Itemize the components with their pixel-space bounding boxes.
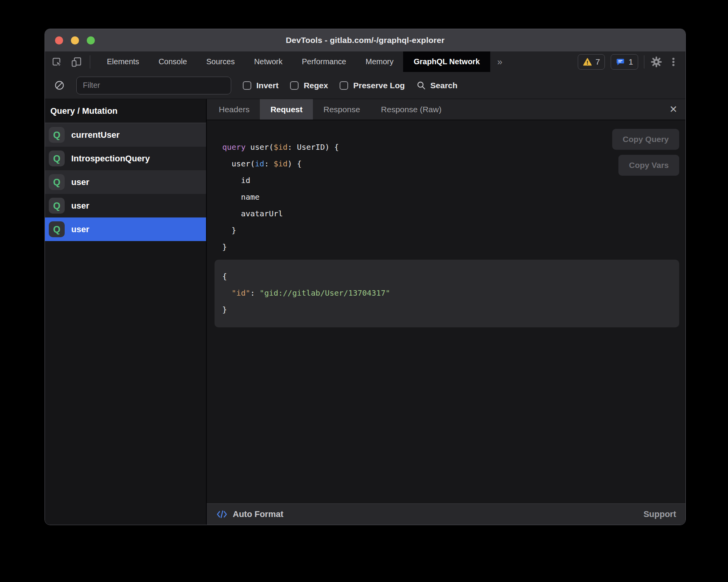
copy-query-button[interactable]: Copy Query <box>612 129 679 150</box>
search-toggle[interactable]: Search <box>416 80 457 91</box>
minimize-window-button[interactable] <box>71 36 79 45</box>
regex-checkbox <box>290 81 299 90</box>
query-variables-box: { "id": "gid://gitlab/User/13704317"} <box>215 260 679 327</box>
filter-bar: Invert Regex Preserve Log Search <box>45 72 685 99</box>
warnings-badge[interactable]: 7 <box>578 54 605 70</box>
tab-sources[interactable]: Sources <box>197 51 244 72</box>
request-content: query user($id: UserID) { user(id: $id) … <box>207 120 685 503</box>
tab-elements[interactable]: Elements <box>97 51 149 72</box>
issues-badge[interactable]: 1 <box>611 54 638 70</box>
tab-request[interactable]: Request <box>260 99 313 120</box>
code-brackets-icon <box>216 509 228 519</box>
graphql-query-code: query user($id: UserID) { user(id: $id) … <box>222 139 339 255</box>
query-list-item[interactable]: Q user <box>45 170 206 194</box>
toolbar-divider <box>644 55 644 68</box>
query-type-badge: Q <box>49 151 65 166</box>
panel-tabs: Elements Console Sources Network Perform… <box>97 51 509 72</box>
close-window-button[interactable] <box>55 36 63 45</box>
more-tabs-icon[interactable]: » <box>490 51 509 72</box>
warning-count: 7 <box>596 57 600 67</box>
tab-console[interactable]: Console <box>149 51 196 72</box>
issue-count: 1 <box>628 57 633 67</box>
copy-vars-button[interactable]: Copy Vars <box>618 155 679 176</box>
sidebar-header: Query / Mutation <box>45 99 206 123</box>
detail-tab-bar: Headers Request Response Response (Raw) … <box>207 99 685 120</box>
kebab-menu-icon[interactable] <box>668 56 678 68</box>
tab-response[interactable]: Response <box>313 99 371 120</box>
devtools-toolbar: Elements Console Sources Network Perform… <box>45 51 685 72</box>
query-type-badge: Q <box>49 221 65 237</box>
query-list-item[interactable]: Q currentUser <box>45 123 206 147</box>
query-list-item[interactable]: Q IntrospectionQuery <box>45 147 206 170</box>
preserve-log-checkbox <box>340 81 348 90</box>
query-type-badge: Q <box>49 127 65 143</box>
auto-format-toggle[interactable]: Auto Format <box>216 509 283 519</box>
warning-icon <box>583 58 592 66</box>
message-icon <box>616 57 625 67</box>
filter-input[interactable] <box>76 77 231 94</box>
inspect-element-icon[interactable] <box>51 56 63 68</box>
window-title: DevTools - gitlab.com/-/graphql-explorer <box>286 36 445 45</box>
invert-checkbox-group[interactable]: Invert <box>243 81 278 90</box>
preserve-log-checkbox-group[interactable]: Preserve Log <box>340 81 405 90</box>
block-requests-icon[interactable] <box>54 80 65 91</box>
title-bar: DevTools - gitlab.com/-/graphql-explorer <box>45 29 685 51</box>
support-link[interactable]: Support <box>644 509 676 519</box>
query-list-item-selected[interactable]: Q user <box>45 217 206 241</box>
query-list-item[interactable]: Q user <box>45 194 206 217</box>
query-name: user <box>71 177 89 187</box>
regex-label: Regex <box>304 81 328 90</box>
query-name: currentUser <box>71 130 120 140</box>
auto-format-label: Auto Format <box>233 509 283 519</box>
traffic-lights <box>55 29 95 51</box>
settings-gear-icon[interactable] <box>650 56 663 68</box>
detail-panel: Headers Request Response Response (Raw) … <box>207 99 685 525</box>
query-list-sidebar: Query / Mutation Q currentUser Q Introsp… <box>45 99 207 525</box>
query-name: user <box>71 201 89 211</box>
tab-memory[interactable]: Memory <box>356 51 403 72</box>
close-detail-icon[interactable]: ✕ <box>661 99 685 120</box>
device-toolbar-icon[interactable] <box>70 56 82 68</box>
toolbar-divider <box>90 55 90 68</box>
query-type-badge: Q <box>49 174 65 190</box>
invert-checkbox <box>243 81 251 90</box>
preserve-log-label: Preserve Log <box>353 81 405 90</box>
tab-network[interactable]: Network <box>244 51 292 72</box>
invert-label: Invert <box>256 81 278 90</box>
query-name: IntrospectionQuery <box>71 154 150 164</box>
tab-headers[interactable]: Headers <box>208 99 260 120</box>
query-type-badge: Q <box>49 198 65 214</box>
search-icon <box>416 80 426 91</box>
devtools-window: DevTools - gitlab.com/-/graphql-explorer… <box>45 29 686 525</box>
detail-footer: Auto Format Support <box>207 503 685 525</box>
regex-checkbox-group[interactable]: Regex <box>290 81 328 90</box>
tab-response-raw[interactable]: Response (Raw) <box>371 99 452 120</box>
tab-graphql-network[interactable]: GraphQL Network <box>403 51 490 72</box>
search-label: Search <box>430 81 457 90</box>
tab-performance[interactable]: Performance <box>292 51 356 72</box>
query-name: user <box>71 224 89 235</box>
zoom-window-button[interactable] <box>87 36 95 45</box>
